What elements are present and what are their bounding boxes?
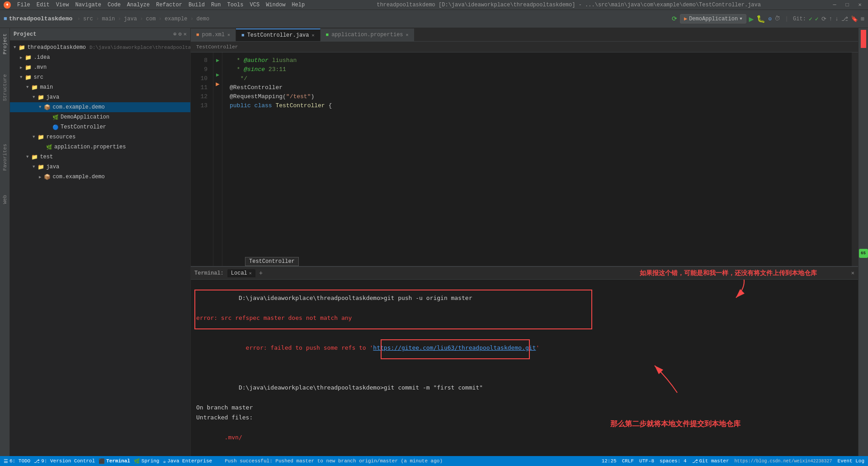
run-config-dropdown-icon[interactable]: ▼ <box>740 17 742 21</box>
git-pull-icon[interactable]: ↓ <box>835 15 839 22</box>
terminal-local-close[interactable]: ✕ <box>249 271 252 276</box>
tab-pom-xml[interactable]: ■ pom.xml ✕ <box>191 29 236 41</box>
menu-help[interactable]: Help <box>289 2 307 8</box>
java-enterprise-icon: ☕ <box>163 458 166 464</box>
right-sidebar-error-indicator <box>861 30 866 48</box>
terminal-line-untracked: Untracked files: <box>196 413 853 423</box>
line-num-9: 9 <box>191 65 208 74</box>
resources-folder-icon: 📁 <box>38 134 44 141</box>
status-terminal[interactable]: ⬛ Terminal <box>99 458 130 464</box>
test-controller-icon: 🔵 <box>52 124 59 130</box>
tree-item-java[interactable]: ▼ 📁 java <box>10 92 190 102</box>
sidebar-icon-project[interactable]: Project <box>1 32 9 56</box>
terminal-close-icon[interactable]: ✕ <box>851 270 854 276</box>
maximize-button[interactable]: □ <box>843 0 852 10</box>
status-todo[interactable]: ☰ 6: TODO <box>4 458 30 464</box>
code-line-9: * @since 23:11 <box>230 65 851 74</box>
toolbar-demo: demo <box>196 16 209 22</box>
todo-label: 6: TODO <box>9 458 30 464</box>
vc-icon: ⎇ <box>34 458 40 464</box>
terminal-tab-local[interactable]: Local ✕ <box>227 269 255 277</box>
tree-item-resources[interactable]: ▼ 📁 resources <box>10 132 190 142</box>
tree-src-label: src <box>33 74 43 81</box>
status-git-branch[interactable]: ⎇ Git master <box>692 458 729 464</box>
tree-item-app-props[interactable]: 🌿 application.properties <box>10 142 190 152</box>
bookmark-icon[interactable]: 🔖 <box>851 15 858 23</box>
tab-test-controller[interactable]: ■ TestController.java ✕ <box>236 29 320 41</box>
terminal-line-mvnw: mvnw <box>196 452 853 456</box>
terminal-local-label: Local <box>231 270 247 276</box>
toolbar-src: src <box>83 16 93 22</box>
panel-expand-button[interactable]: ⊕ <box>173 31 176 38</box>
panel-close-button[interactable]: ✕ <box>184 31 187 38</box>
status-crlf[interactable]: CRLF <box>622 458 634 464</box>
tree-item-package-main[interactable]: ▼ 📦 com.example.demo <box>10 102 190 112</box>
close-button[interactable]: ✕ <box>855 0 864 10</box>
line-num-11: 11 <box>191 83 208 92</box>
tab-app-properties[interactable]: ■ application.properties ✕ <box>321 29 415 41</box>
tree-item-main[interactable]: ▼ 📁 main <box>10 82 190 92</box>
status-spaces[interactable]: spaces: 4 <box>660 458 686 464</box>
menu-run[interactable]: Run <box>208 2 224 8</box>
git-branch-status-icon: ⎇ <box>692 458 698 464</box>
toolbar: ■ threadpooltaskdemo › src › main › java… <box>0 10 868 28</box>
terminal-add-button[interactable]: + <box>259 270 263 277</box>
menu-file[interactable]: File <box>14 2 33 8</box>
tab-test-controller-close[interactable]: ✕ <box>312 33 315 38</box>
tab-app-properties-close[interactable]: ✕ <box>406 32 409 38</box>
status-java-enterprise[interactable]: ☕ Java Enterprise <box>163 458 212 464</box>
git-checkmark-2: ✓ <box>815 15 819 23</box>
status-version-control[interactable]: ⎇ 9: Version Control <box>34 458 95 464</box>
menu-view[interactable]: View <box>53 2 72 8</box>
gutter-run-13[interactable]: ▶ <box>213 80 222 89</box>
term-prompt-2: D:\java\ideaworkplace\threadpooltaskdemo… <box>239 384 384 391</box>
menu-navigate[interactable]: Navigate <box>72 2 104 8</box>
git-push-icon[interactable]: ↑ <box>829 15 833 22</box>
terminal-area: Terminal: Local ✕ + 如果报这个错，可能是和我一样，还没有将文… <box>191 266 858 456</box>
project-panel-header: Project ⊕ ⚙ ✕ <box>10 28 190 41</box>
tree-item-demo-app[interactable]: 🌿 DemoApplication <box>10 112 190 122</box>
tree-item-test-controller[interactable]: 🔵 TestController <box>10 122 190 132</box>
menu-code[interactable]: Code <box>105 2 123 8</box>
tree-item-test-java[interactable]: ▼ 📁 java <box>10 162 190 172</box>
tree-item-package-test[interactable]: ▶ 📦 com.example.demo <box>10 172 190 182</box>
gutter-run-11[interactable]: ▶ <box>213 52 222 62</box>
panel-settings-button[interactable]: ⚙ <box>179 31 182 38</box>
status-spring[interactable]: 🌿 Spring <box>134 458 160 464</box>
menu-tools[interactable]: Tools <box>225 2 246 8</box>
layout-icon[interactable]: ⊞ <box>861 15 864 23</box>
git-history-icon[interactable]: ⟳ <box>821 15 826 23</box>
status-event-log[interactable]: Event Log <box>838 458 864 464</box>
tree-item-test[interactable]: ▼ 📁 test <box>10 152 190 162</box>
package-folder-icon: 📦 <box>44 104 51 111</box>
coverage-icon[interactable]: ⊙ <box>768 15 772 23</box>
debug-icon[interactable]: 🐛 <box>756 14 765 24</box>
menu-build[interactable]: Build <box>186 2 208 8</box>
minimize-button[interactable]: — <box>830 0 839 10</box>
sync-icon[interactable]: ⟳ <box>672 15 677 23</box>
tree-item-root[interactable]: ▼ 📁 threadpooltaskdemo D:\java\ideaworkp… <box>10 43 190 52</box>
menu-analyze[interactable]: Analyze <box>124 2 152 8</box>
menu-window[interactable]: Window <box>263 2 288 8</box>
tree-item-src[interactable]: ▼ 📁 src <box>10 72 190 82</box>
code-area: 8 9 10 11 12 13 ▶ ▶ ▶ * @author liushan … <box>191 52 858 266</box>
sidebar-icon-structure[interactable]: Structure <box>1 72 9 103</box>
tree-item-mvn[interactable]: ▶ 📁 .mvn <box>10 62 190 72</box>
profile-icon[interactable]: ⏱ <box>774 15 780 22</box>
term-error-link[interactable]: https://gitee.com/liu63/threadpooltaskde… <box>373 344 536 351</box>
menu-refactor[interactable]: Refactor <box>153 2 185 8</box>
tab-pom-close[interactable]: ✕ <box>227 32 230 38</box>
sidebar-icon-web[interactable]: Web <box>1 193 9 206</box>
gutter-run-12[interactable]: ▶ <box>213 71 222 80</box>
sidebar-icon-favorites[interactable]: Favorites <box>1 142 9 172</box>
menu-edit[interactable]: Edit <box>34 2 52 8</box>
run-config-selector[interactable]: ▶ DemoApplication ▼ <box>680 14 746 24</box>
editor-scrollbar[interactable] <box>852 52 858 266</box>
editor-tabs: ■ pom.xml ✕ ■ TestController.java ✕ ■ ap… <box>191 28 858 42</box>
tree-item-idea[interactable]: ▶ 📁 .idea <box>10 52 190 62</box>
menu-vcs[interactable]: VCS <box>247 2 263 8</box>
error-block: error: src refspec master does not match… <box>196 313 853 363</box>
run-button[interactable]: ▶ <box>749 14 754 24</box>
git-branch-icon[interactable]: ⎇ <box>841 15 848 23</box>
status-encoding[interactable]: UTF-8 <box>639 458 654 464</box>
